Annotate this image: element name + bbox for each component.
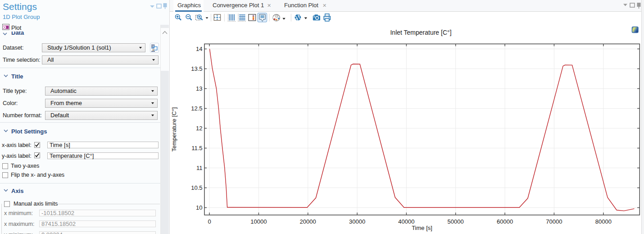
svg-text:70000: 70000 — [546, 218, 562, 225]
svg-text:Time [s]: Time [s] — [412, 225, 432, 231]
svg-text:10: 10 — [196, 204, 202, 211]
svg-text:40000: 40000 — [398, 218, 414, 225]
svg-text:10000: 10000 — [250, 218, 267, 225]
svg-text:60000: 60000 — [497, 218, 513, 225]
svg-text:12.5: 12.5 — [191, 105, 202, 112]
svg-text:80000: 80000 — [595, 218, 612, 225]
svg-text:20000: 20000 — [300, 218, 316, 225]
svg-text:Temperature [C°]: Temperature [C°] — [171, 107, 177, 151]
svg-text:13.5: 13.5 — [191, 65, 202, 72]
svg-text:30000: 30000 — [349, 218, 365, 225]
svg-text:12: 12 — [196, 125, 202, 132]
svg-text:50000: 50000 — [448, 218, 464, 225]
svg-text:0: 0 — [208, 218, 211, 225]
svg-text:11: 11 — [196, 165, 203, 171]
svg-text:10.5: 10.5 — [191, 184, 202, 191]
svg-text:Inlet Temperature [C°]: Inlet Temperature [C°] — [390, 29, 451, 36]
svg-text:11.5: 11.5 — [191, 145, 202, 151]
svg-text:14: 14 — [196, 46, 202, 52]
svg-text:13: 13 — [196, 85, 202, 92]
